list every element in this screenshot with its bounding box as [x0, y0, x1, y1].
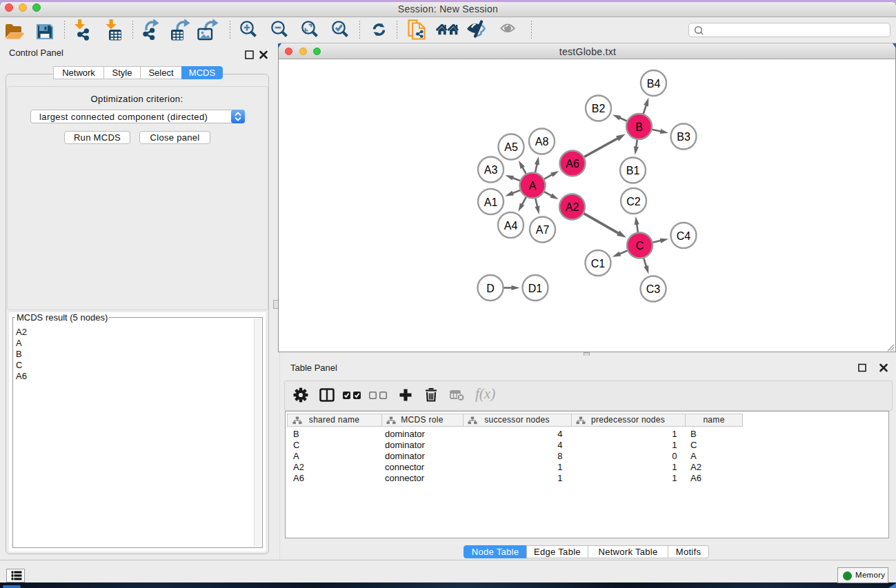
svg-text:C1: C1 — [591, 258, 606, 270]
svg-text:A1: A1 — [484, 196, 498, 208]
svg-text:D: D — [486, 283, 495, 294]
svg-text:A7: A7 — [536, 224, 550, 236]
svg-text:A: A — [529, 180, 537, 192]
svg-text:A3: A3 — [484, 164, 498, 176]
svg-text:B1: B1 — [626, 165, 640, 176]
svg-text:A2: A2 — [566, 201, 579, 213]
svg-text:B2: B2 — [592, 103, 606, 114]
svg-text:D1: D1 — [528, 283, 543, 294]
svg-text:C2: C2 — [626, 196, 641, 207]
svg-text:B: B — [635, 121, 643, 133]
svg-text:B3: B3 — [677, 131, 690, 143]
svg-text:C: C — [636, 240, 644, 252]
svg-text:B4: B4 — [647, 78, 661, 90]
svg-text:A8: A8 — [535, 136, 549, 148]
svg-text:A5: A5 — [504, 141, 518, 153]
svg-text:C4: C4 — [677, 230, 691, 242]
svg-text:A6: A6 — [566, 158, 579, 170]
svg-text:C3: C3 — [646, 283, 661, 295]
svg-text:A4: A4 — [504, 220, 518, 232]
